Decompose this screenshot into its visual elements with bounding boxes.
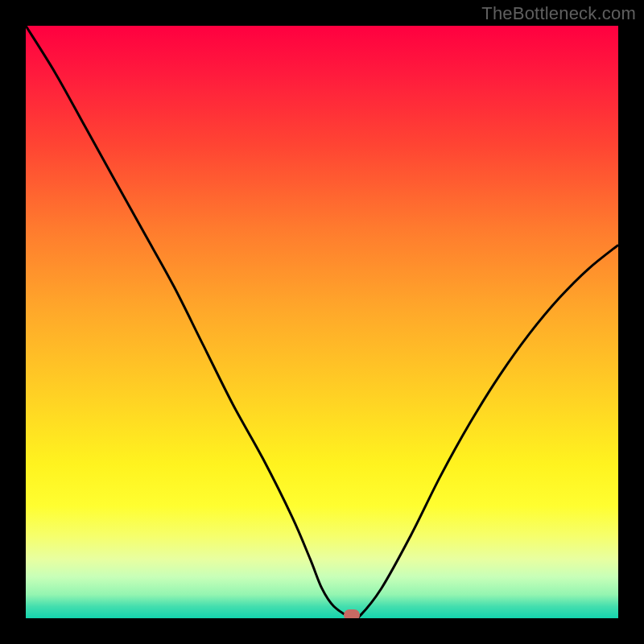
watermark-text: TheBottleneck.com — [481, 3, 636, 24]
curve-path — [26, 26, 618, 618]
bottleneck-curve — [26, 26, 618, 618]
chart-frame: TheBottleneck.com — [0, 0, 644, 644]
min-marker — [344, 609, 360, 618]
plot-area — [26, 26, 618, 618]
